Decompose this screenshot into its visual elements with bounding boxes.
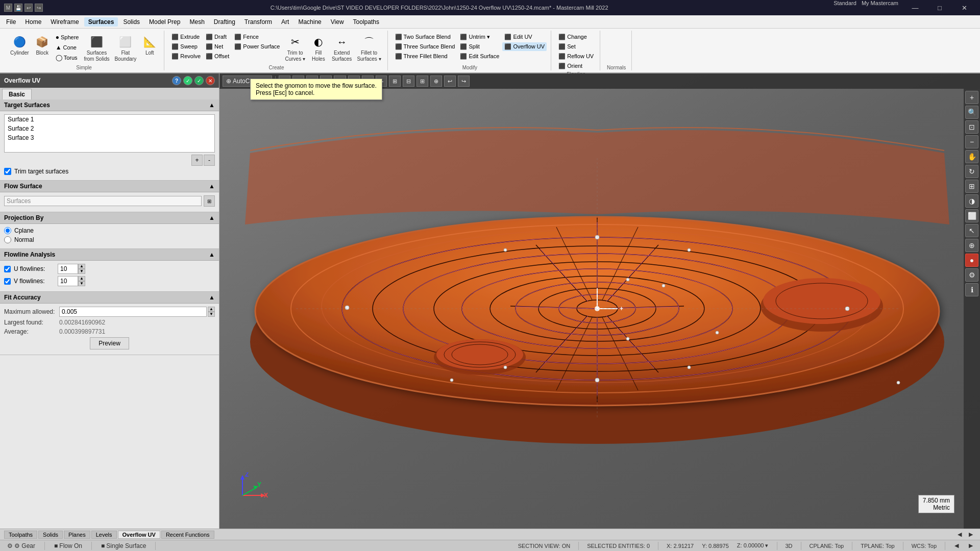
section-fit-accuracy-header[interactable]: Fit Accuracy ▲ [0, 292, 219, 304]
v-flowlines-checkbox[interactable] [4, 278, 11, 285]
menu-drafting[interactable]: Drafting [210, 17, 239, 27]
v-flowlines-input[interactable] [58, 276, 78, 286]
tab-toolpaths[interactable]: Toolpaths [4, 531, 37, 539]
projection-cplane-label[interactable]: Cplane [14, 227, 34, 234]
rt-active-tool[interactable]: ● [965, 254, 978, 267]
tab-planes[interactable]: Planes [64, 531, 90, 539]
scroll-right-btn[interactable]: ▶ [966, 531, 976, 538]
rt-zoom-out[interactable]: − [965, 135, 978, 148]
ribbon-btn-orient[interactable]: ⬛ Orient [556, 62, 596, 70]
rt-info[interactable]: ℹ [965, 283, 978, 296]
ribbon-btn-overflow-uv[interactable]: ⬛ Overflow UV [502, 42, 547, 51]
menu-transform[interactable]: Transform [240, 17, 276, 27]
section-projection-header[interactable]: Projection By ▲ [0, 212, 219, 224]
status-single-surface[interactable]: ■ Single Surface [98, 542, 149, 549]
panel-cancel-button[interactable]: ✕ [206, 76, 215, 85]
quick-access-redo[interactable]: ↪ [35, 4, 43, 12]
ribbon-btn-fill-holes[interactable]: ◐ FillHoles [308, 33, 329, 63]
max-allowed-spin-down[interactable]: ▼ [208, 312, 215, 317]
menu-solids[interactable]: Solids [119, 17, 144, 27]
u-flowlines-label[interactable]: U flowlines: [14, 265, 55, 272]
viewport[interactable]: + ⊕ AutoCursor ▾ [219, 73, 980, 529]
v-flowlines-label[interactable]: V flowlines: [14, 278, 55, 285]
ribbon-btn-fillet-to-surfaces[interactable]: ⌒ Fillet toSurfaces ▾ [355, 33, 383, 63]
v-spin-down[interactable]: ▼ [78, 281, 85, 286]
ribbon-btn-revolve[interactable]: ⬛ Revolve [169, 52, 203, 61]
menu-home[interactable]: Home [21, 17, 45, 27]
ribbon-btn-three-surface-blend[interactable]: ⬛ Three Surface Blend [393, 42, 457, 51]
ribbon-btn-sweep[interactable]: ⬛ Sweep [169, 42, 203, 51]
tab-recent-functions[interactable]: Recent Functions [161, 531, 214, 539]
view-tool-13[interactable]: ↩ [444, 76, 456, 87]
ribbon-btn-two-surface-blend[interactable]: ⬛ Two Surface Blend [393, 33, 457, 41]
ribbon-btn-draft[interactable]: ⬛ Draft [204, 33, 231, 41]
remove-surface-button[interactable]: - [204, 155, 215, 166]
rt-pan[interactable]: ✋ [965, 150, 978, 163]
menu-wireframe[interactable]: Wireframe [46, 17, 83, 27]
ribbon-btn-loft[interactable]: 📐 Loft [139, 33, 160, 57]
surface-item-2[interactable]: Surface 2 [5, 124, 214, 133]
view-tool-10[interactable]: ⊟ [403, 76, 414, 87]
rt-rotate[interactable]: ↻ [965, 165, 978, 178]
trim-checkbox[interactable] [4, 168, 11, 175]
rt-zoom-in[interactable]: + [965, 91, 978, 104]
quick-access-undo[interactable]: ↩ [24, 4, 33, 12]
u-spin-up[interactable]: ▲ [78, 264, 85, 269]
ribbon-btn-surfaces-from-solids[interactable]: ⬛ Surfacesfrom Solids [82, 33, 111, 63]
ribbon-btn-trim-to-curves[interactable]: ✂ Trim toCurves ▾ [283, 33, 307, 63]
ribbon-btn-cone[interactable]: ▲ Cone [54, 43, 81, 52]
status-cplane[interactable]: CPLANE: Top [807, 543, 846, 549]
ribbon-btn-edit-uv[interactable]: ⬛ Edit UV [502, 33, 547, 41]
rt-settings[interactable]: ⚙ [965, 268, 978, 282]
ribbon-btn-offset[interactable]: ⬛ Offset [204, 52, 231, 61]
max-allowed-input[interactable] [59, 307, 207, 317]
projection-normal-radio[interactable] [4, 236, 11, 243]
flow-surface-select-button[interactable]: ⊞ [204, 195, 215, 207]
rt-select[interactable]: ↖ [965, 224, 978, 237]
status-z[interactable]: Z: 0.00000 ▾ [735, 542, 771, 549]
menu-machine[interactable]: Machine [294, 17, 325, 27]
ribbon-btn-extend-surfaces[interactable]: ↔ ExtendSurfaces [330, 33, 354, 63]
surface-item-3[interactable]: Surface 3 [5, 133, 214, 142]
ribbon-btn-split[interactable]: ⬛ Split [458, 42, 501, 51]
rt-fit[interactable]: ⊡ [965, 120, 978, 134]
maximize-button[interactable]: □ [928, 0, 951, 15]
projection-cplane-radio[interactable] [4, 227, 11, 234]
ribbon-btn-untrim[interactable]: ⬛ Untrim ▾ [458, 33, 501, 41]
menu-art[interactable]: Art [277, 17, 293, 27]
rt-shade[interactable]: ◑ [965, 194, 978, 208]
section-flowline-analysis-header[interactable]: Flowline Analysis ▲ [0, 249, 219, 261]
status-flow-on[interactable]: ■ Flow On [51, 542, 85, 549]
rt-view[interactable]: ⊞ [965, 180, 978, 193]
ribbon-btn-cylinder[interactable]: 🔵 Cylinder [8, 33, 31, 57]
view-tool-9[interactable]: ⊞ [389, 76, 401, 87]
view-tool-12[interactable]: ⊕ [430, 76, 442, 87]
tab-solids[interactable]: Solids [38, 531, 63, 539]
ribbon-btn-torus[interactable]: ◯ Torus [54, 53, 81, 62]
ribbon-btn-net[interactable]: ⬛ Net [204, 42, 231, 51]
ribbon-btn-power-surface[interactable]: ⬛ Power Surface [232, 42, 282, 51]
trim-label[interactable]: Trim target surfaces [14, 168, 68, 175]
v-spin-up[interactable]: ▲ [78, 276, 85, 281]
ribbon-btn-sphere[interactable]: ● Sphere [54, 33, 81, 42]
tab-overflow-uv[interactable]: Overflow UV [118, 531, 160, 539]
ribbon-btn-change[interactable]: ⬛ Change [556, 33, 596, 41]
ribbon-btn-edit-surface[interactable]: ⬛ Edit Surface [458, 52, 501, 61]
ribbon-btn-fence[interactable]: ⬛ Fence [232, 33, 282, 41]
menu-view[interactable]: View [327, 17, 348, 27]
view-tool-14[interactable]: ↪ [458, 76, 470, 87]
ribbon-btn-set[interactable]: ⬛ Set [556, 42, 596, 51]
menu-toolpaths[interactable]: Toolpaths [349, 17, 383, 27]
status-nav-prev[interactable]: ◀ [951, 542, 962, 549]
menu-mesh[interactable]: Mesh [185, 17, 208, 27]
status-tplane[interactable]: TPLANE: Top [859, 543, 896, 549]
status-nav-next[interactable]: ▶ [966, 542, 976, 549]
rt-search[interactable]: 🔍 [965, 106, 978, 119]
max-allowed-spin-up[interactable]: ▲ [208, 307, 215, 312]
menu-surfaces[interactable]: Surfaces [84, 17, 118, 27]
ribbon-btn-flat-boundary[interactable]: ⬜ FlatBoundary [112, 33, 138, 63]
section-target-surfaces-header[interactable]: Target Surfaces ▲ [0, 99, 219, 111]
surface-list[interactable]: Surface 1 Surface 2 Surface 3 [4, 114, 215, 153]
ribbon-btn-three-fillet-blend[interactable]: ⬛ Three Fillet Blend [393, 52, 457, 61]
rt-wire[interactable]: ⬜ [965, 209, 978, 222]
